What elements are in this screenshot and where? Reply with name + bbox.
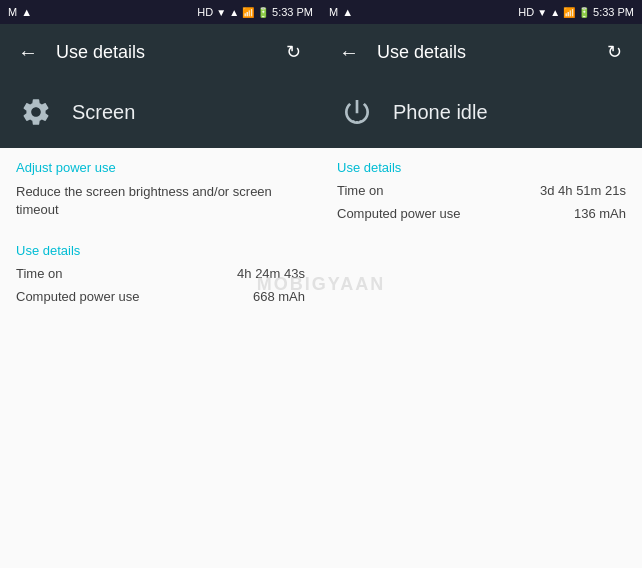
left-use-details-link[interactable]: Use details	[0, 231, 321, 262]
right-wifi-icon: ▼	[537, 7, 547, 18]
right-hd-label: HD	[518, 6, 534, 18]
right-status-right: HD ▼ ▲ 📶 🔋 5:33 PM	[518, 6, 634, 18]
right-app-bar: ← Use details ↻	[321, 24, 642, 80]
left-status-right: HD ▼ ▲ 📶 🔋 5:33 PM	[197, 6, 313, 18]
left-time-on-row: Time on 4h 24m 43s	[0, 262, 321, 285]
right-time: 5:33 PM	[593, 6, 634, 18]
left-app-bar: ← Use details ↻	[0, 24, 321, 80]
left-refresh-button[interactable]: ↻	[281, 40, 305, 64]
right-signal-icon: ▲	[550, 7, 560, 18]
screen-icon	[16, 92, 56, 132]
power-svg-icon	[341, 96, 373, 128]
left-back-button[interactable]: ←	[16, 40, 40, 64]
left-wifi-icon: ▼	[216, 7, 226, 18]
right-status-icons: M ▲	[329, 6, 353, 18]
left-status-icons: M ▲	[8, 6, 32, 18]
left-item-title: Screen	[72, 101, 135, 124]
right-signal-bars-icon: 📶	[563, 7, 575, 18]
right-content: Use details Time on 3d 4h 51m 21s Comput…	[321, 148, 642, 568]
left-power-use-value: 668 mAh	[253, 289, 305, 304]
right-icon-row: Phone idle	[321, 80, 642, 148]
left-panel: M ▲ HD ▼ ▲ 📶 🔋 5:33 PM ← Use details ↻	[0, 0, 321, 568]
phone-idle-icon	[337, 92, 377, 132]
left-content: Adjust power use Reduce the screen brigh…	[0, 148, 321, 568]
right-panel: M ▲ HD ▼ ▲ 📶 🔋 5:33 PM ← Use details ↻	[321, 0, 642, 568]
left-icon-row: Screen	[0, 80, 321, 148]
left-app-bar-title: Use details	[56, 42, 281, 63]
left-power-use-label: Computed power use	[16, 289, 140, 304]
left-battery-icon: 🔋	[257, 7, 269, 18]
right-app-icon-m: M	[329, 6, 338, 18]
svg-point-1	[356, 121, 358, 123]
left-signal-bars-icon: 📶	[242, 7, 254, 18]
left-hd-label: HD	[197, 6, 213, 18]
svg-point-3	[359, 120, 361, 122]
left-app-icon-m: M	[8, 6, 17, 18]
right-power-use-row: Computed power use 136 mAh	[321, 202, 642, 225]
right-refresh-button[interactable]: ↻	[602, 40, 626, 64]
right-item-title: Phone idle	[393, 101, 488, 124]
left-description-text: Reduce the screen brightness and/or scre…	[0, 179, 321, 231]
right-use-details-link[interactable]: Use details	[321, 148, 642, 179]
left-status-bar: M ▲ HD ▼ ▲ 📶 🔋 5:33 PM	[0, 0, 321, 24]
left-time: 5:33 PM	[272, 6, 313, 18]
right-time-on-value: 3d 4h 51m 21s	[540, 183, 626, 198]
right-time-on-label: Time on	[337, 183, 383, 198]
svg-point-2	[353, 120, 355, 122]
right-status-bar: M ▲ HD ▼ ▲ 📶 🔋 5:33 PM	[321, 0, 642, 24]
left-adjust-power-link[interactable]: Adjust power use	[0, 148, 321, 179]
left-time-on-label: Time on	[16, 266, 62, 281]
gear-svg-icon	[20, 96, 52, 128]
right-back-button[interactable]: ←	[337, 40, 361, 64]
right-power-use-label: Computed power use	[337, 206, 461, 221]
left-signal-icon: ▲	[229, 7, 239, 18]
right-battery-icon: 🔋	[578, 7, 590, 18]
right-app-icon-triangle: ▲	[342, 6, 353, 18]
left-time-on-value: 4h 24m 43s	[237, 266, 305, 281]
right-app-bar-title: Use details	[377, 42, 602, 63]
right-time-on-row: Time on 3d 4h 51m 21s	[321, 179, 642, 202]
right-power-use-value: 136 mAh	[574, 206, 626, 221]
left-app-icon-triangle: ▲	[21, 6, 32, 18]
left-power-use-row: Computed power use 668 mAh	[0, 285, 321, 308]
